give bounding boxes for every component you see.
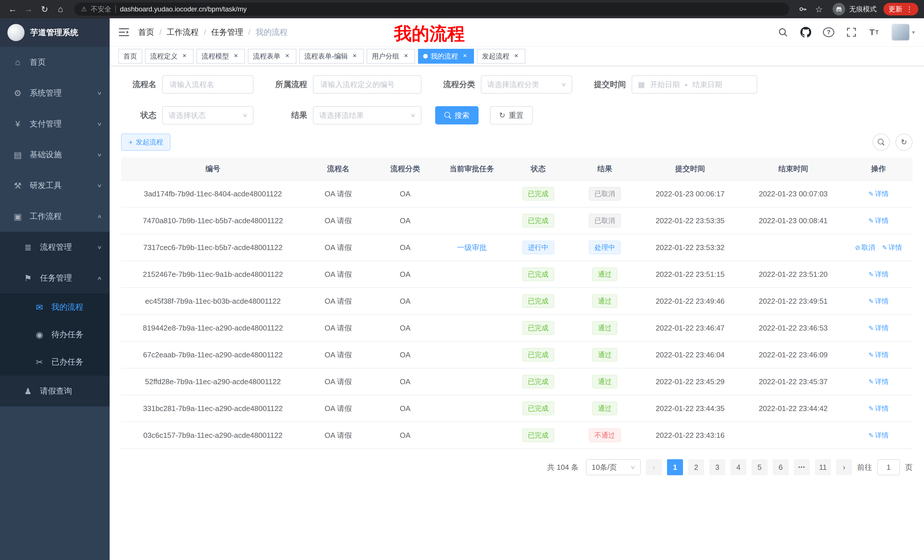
process-category-select[interactable]: 请选择流程分类 ∨ <box>481 75 572 94</box>
pagination-next-button[interactable]: › <box>836 459 852 475</box>
detail-action-link[interactable]: ✎详情 <box>868 404 888 412</box>
breadcrumb-item[interactable]: 首页 <box>138 27 154 38</box>
tab-my-process[interactable]: 我的流程× <box>418 49 474 64</box>
pagination-page-1[interactable]: 1 <box>667 459 683 475</box>
browser-forward-icon[interactable]: → <box>22 2 35 16</box>
end-date-placeholder: 结束日期 <box>692 79 722 90</box>
page-size-select[interactable]: 10条/页∨ <box>586 459 641 475</box>
pagination-page-5[interactable]: 5 <box>752 459 768 475</box>
detail-action-link[interactable]: ✎详情 <box>868 297 888 305</box>
pagination-more[interactable]: ••• <box>794 459 810 475</box>
pagination-total: 共 104 条 <box>547 463 579 472</box>
current-task-link[interactable]: 一级审批 <box>457 243 486 252</box>
browser-address-bar[interactable]: ⚠ 不安全 dashboard.yudao.iocoder.cn/bpm/tas… <box>74 3 789 16</box>
submit-time-label: 提交时间 <box>586 79 626 90</box>
font-size-icon[interactable]: TT <box>868 26 880 39</box>
tab-label: 流程表单-编辑 <box>304 52 348 61</box>
filter-row-2: 状态 请选择状态 ∨ 结果 请选择流结果 ∨ <box>121 106 913 124</box>
sidebar-item-todo-tasks[interactable]: ◉待办任务 <box>0 321 110 348</box>
detail-action-link[interactable]: ✎详情 <box>868 377 888 385</box>
github-icon[interactable] <box>800 26 812 39</box>
sidebar-item-dev-tools[interactable]: ⚒研发工具∨ <box>0 170 110 201</box>
browser-home-icon[interactable]: ⌂ <box>54 2 68 16</box>
browser-update-button[interactable]: 更新 ⋮ <box>884 3 918 15</box>
sidebar-item-label: 首页 <box>30 57 102 67</box>
bookmark-star-icon[interactable]: ☆ <box>812 2 826 16</box>
cell-result: 通过 <box>572 395 638 422</box>
sidebar-item-workflow[interactable]: ▣工作流程∧ <box>0 201 110 232</box>
browser-reload-icon[interactable]: ↻ <box>38 2 51 16</box>
reset-button[interactable]: ↻ 重置 <box>490 106 533 124</box>
app-logo: 芋道管理系统 <box>0 18 110 47</box>
search-icon[interactable] <box>777 26 789 39</box>
cancel-action-link[interactable]: ⊘取消 <box>855 244 875 251</box>
status-select[interactable]: 请选择状态 ∨ <box>162 106 254 124</box>
process-definition-input[interactable] <box>313 75 422 94</box>
sidebar-item-task-management[interactable]: ⚑任务管理∧ <box>0 263 110 293</box>
result-badge: 已取消 <box>589 214 621 227</box>
sidebar-item-leave-query[interactable]: ♟请假查询 <box>0 376 110 406</box>
pagination-page-2[interactable]: 2 <box>688 459 704 475</box>
key-icon[interactable] <box>796 2 810 16</box>
fullscreen-icon[interactable] <box>846 26 857 39</box>
cell-process-id: 67c2eaab-7b9a-11ec-a290-acde48001122 <box>121 341 304 368</box>
detail-action-link[interactable]: ✎详情 <box>868 270 888 278</box>
tab-process-model[interactable]: 流程模型× <box>196 49 245 64</box>
cell-process-category: OA <box>372 341 439 368</box>
detail-action-link[interactable]: ✎详情 <box>882 244 902 251</box>
pagination-page-11[interactable]: 11 <box>815 459 831 475</box>
sidebar-item-payment-management[interactable]: ¥支付管理∨ <box>0 108 110 139</box>
browser-menu-icon[interactable]: ⋮ <box>906 5 913 14</box>
user-avatar[interactable]: ▾ <box>891 24 915 41</box>
sidebar-item-done-tasks[interactable]: ✂已办任务 <box>0 348 110 376</box>
edit-icon: ✎ <box>868 298 873 305</box>
sidebar-item-my-process[interactable]: ✉我的流程 <box>0 293 110 321</box>
pagination-page-3[interactable]: 3 <box>709 459 725 475</box>
tab-start-process[interactable]: 发起流程× <box>477 49 525 64</box>
pagination-prev-button[interactable]: ‹ <box>646 459 662 475</box>
start-process-button[interactable]: + 发起流程 <box>121 133 171 151</box>
detail-action-link[interactable]: ✎详情 <box>868 324 888 332</box>
column-header-category: 流程分类 <box>372 157 439 180</box>
close-icon[interactable]: × <box>232 52 240 60</box>
pagination-goto-input[interactable] <box>877 459 900 475</box>
close-icon[interactable]: × <box>180 52 189 60</box>
sidebar-item-infrastructure[interactable]: ▤基础设施∨ <box>0 139 110 170</box>
tab-user-group[interactable]: 用户分组× <box>367 49 415 64</box>
cell-current-task <box>439 261 505 288</box>
sidebar-item-home[interactable]: ⌂首页 <box>0 47 110 78</box>
close-icon[interactable]: × <box>461 52 469 60</box>
pagination-page-6[interactable]: 6 <box>772 459 789 475</box>
result-select[interactable]: 请选择流结果 ∨ <box>313 106 422 124</box>
breadcrumb-item[interactable]: 工作流程 <box>167 27 199 38</box>
tab-process-definition[interactable]: 流程定义× <box>145 49 194 64</box>
sidebar-item-system-management[interactable]: ⚙系统管理∨ <box>0 78 110 108</box>
tab-process-form[interactable]: 流程表单× <box>248 49 296 64</box>
show-search-button[interactable] <box>873 133 890 151</box>
close-icon[interactable]: × <box>512 52 520 60</box>
detail-action-link[interactable]: ✎详情 <box>868 190 888 198</box>
detail-action-link[interactable]: ✎详情 <box>868 217 888 225</box>
result-badge: 通过 <box>592 401 617 415</box>
close-icon[interactable]: × <box>402 52 410 60</box>
breadcrumb-item[interactable]: 任务管理 <box>211 27 243 38</box>
close-icon[interactable]: × <box>283 52 291 60</box>
detail-action-link[interactable]: ✎详情 <box>868 351 888 358</box>
browser-back-icon[interactable]: ← <box>6 2 20 16</box>
detail-action-link[interactable]: ✎详情 <box>868 431 888 439</box>
result-badge: 通过 <box>592 321 617 334</box>
date-range-picker[interactable]: ▦ 开始日期 - 结束日期 <box>632 75 757 94</box>
close-icon[interactable]: × <box>351 52 358 60</box>
refresh-table-button[interactable]: ↻ <box>896 133 913 151</box>
hamburger-icon[interactable] <box>119 28 129 36</box>
cell-result: 通过 <box>572 261 638 288</box>
sidebar-item-process-management[interactable]: ≣流程管理∨ <box>0 232 110 263</box>
incognito-badge[interactable]: 无痕模式 <box>832 3 877 15</box>
help-icon[interactable]: ? <box>823 27 834 37</box>
process-name-input[interactable] <box>162 75 254 94</box>
tab-home[interactable]: 首页 <box>118 49 142 64</box>
tools-icon: ⚒ <box>11 181 24 191</box>
search-button[interactable]: 搜索 <box>435 106 478 124</box>
tab-process-form-edit[interactable]: 流程表单-编辑× <box>299 49 364 64</box>
pagination-page-4[interactable]: 4 <box>730 459 746 475</box>
